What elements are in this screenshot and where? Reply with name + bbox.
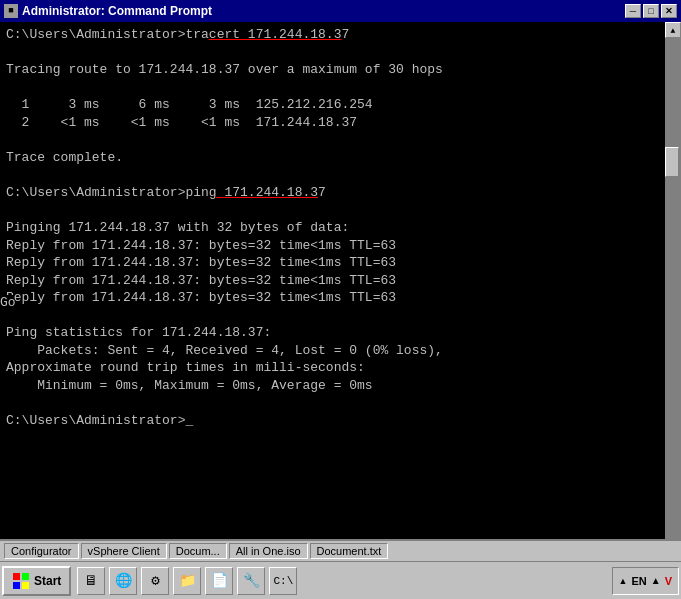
task-strip-item-4[interactable]: Document.txt — [310, 543, 389, 559]
title-bar-left: ■ Administrator: Command Prompt — [4, 4, 212, 18]
start-button[interactable]: Start — [2, 566, 71, 596]
scroll-up-arrow[interactable]: ▲ — [665, 22, 681, 38]
taskbar-icon-3[interactable]: ⚙ — [141, 567, 169, 595]
taskbar-icon-4[interactable]: 📁 — [173, 567, 201, 595]
window: ■ Administrator: Command Prompt ─ □ ✕ C:… — [0, 0, 681, 599]
window-title: Administrator: Command Prompt — [22, 4, 212, 18]
svg-rect-2 — [13, 582, 20, 589]
taskbar-icons: 🖥 🌐 ⚙ 📁 📄 🔧 C:\ — [77, 567, 297, 595]
taskbar-icon-1[interactable]: 🖥 — [77, 567, 105, 595]
task-strip-item-1[interactable]: vSphere Client — [81, 543, 167, 559]
task-strip-item-0[interactable]: Configurator — [4, 543, 79, 559]
windows-logo — [12, 572, 30, 590]
system-tray: ▲ EN ▲ V — [612, 567, 679, 595]
minimize-button[interactable]: ─ — [625, 4, 641, 18]
taskbar-area: ConfiguratorvSphere ClientDocum...All in… — [0, 539, 681, 599]
taskbar-icon-2[interactable]: 🌐 — [109, 567, 137, 595]
close-button[interactable]: ✕ — [661, 4, 677, 18]
restore-button[interactable]: □ — [643, 4, 659, 18]
tray-extra: ▲ — [651, 575, 661, 586]
svg-rect-1 — [22, 573, 29, 580]
scroll-track[interactable] — [665, 38, 681, 583]
terminal[interactable]: C:\Users\Administrator>tracert 171.244.1… — [0, 22, 665, 599]
tray-expand-arrow[interactable]: ▲ — [619, 576, 628, 586]
tray-logo: V — [665, 575, 672, 587]
taskbar-icon-5[interactable]: 📄 — [205, 567, 233, 595]
start-label: Start — [34, 574, 61, 588]
cmd-icon: ■ — [4, 4, 18, 18]
scrollbar[interactable]: ▲ ▼ — [665, 22, 681, 599]
scroll-thumb[interactable] — [665, 147, 679, 177]
sidebar-go-label: Go — [0, 295, 14, 310]
cmd-taskbar-icon[interactable]: C:\ — [269, 567, 297, 595]
task-strip: ConfiguratorvSphere ClientDocum...All in… — [0, 541, 681, 562]
main-area: C:\Users\Administrator>tracert 171.244.1… — [0, 22, 681, 599]
title-bar: ■ Administrator: Command Prompt ─ □ ✕ — [0, 0, 681, 22]
task-strip-item-3[interactable]: All in One.iso — [229, 543, 308, 559]
svg-rect-3 — [22, 582, 29, 589]
svg-rect-0 — [13, 573, 20, 580]
taskbar-bottom: Start 🖥 🌐 ⚙ 📁 📄 🔧 C:\ ▲ EN ▲ V — [0, 562, 681, 599]
taskbar-icon-6[interactable]: 🔧 — [237, 567, 265, 595]
task-strip-item-2[interactable]: Docum... — [169, 543, 227, 559]
window-controls: ─ □ ✕ — [625, 4, 677, 18]
tray-lang: EN — [631, 575, 646, 587]
